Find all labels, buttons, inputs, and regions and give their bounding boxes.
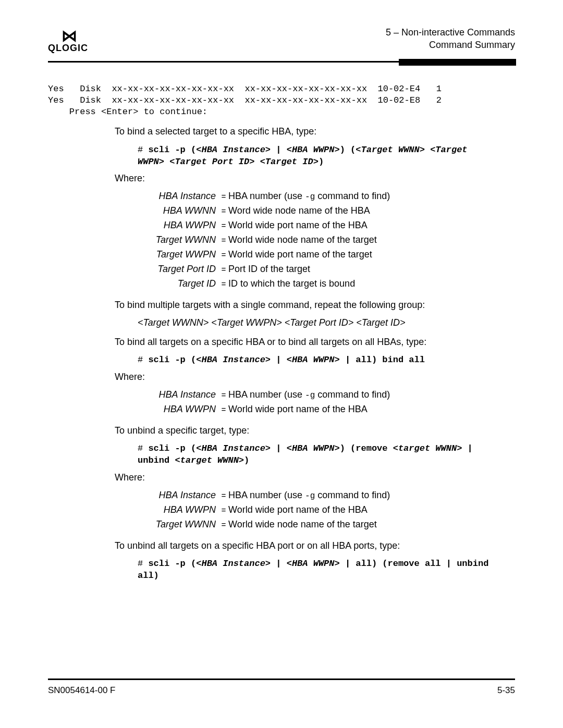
equals-sign: = xyxy=(219,505,228,517)
definition-row: Target ID=ID to which the target is boun… xyxy=(142,277,515,291)
definition-row: Target WWPN=World wide port name of the … xyxy=(142,248,515,262)
chapter-title: 5 – Non-interactive Commands xyxy=(386,26,515,39)
definition-desc: World wide port name of the HBA xyxy=(228,402,515,417)
definition-term: Target WWNN xyxy=(142,517,219,532)
definition-term: Target ID xyxy=(142,277,219,291)
repeat-group: <Target WWNN> <Target WWPN> <Target Port… xyxy=(138,317,515,328)
footer-right: 5-35 xyxy=(497,685,515,696)
definition-desc: ID to which the target is bound xyxy=(228,277,515,291)
equals-sign: = xyxy=(219,220,228,232)
definition-term: HBA WWPN xyxy=(142,218,219,233)
definition-row: HBA WWPN=World wide port name of the HBA xyxy=(142,402,515,417)
definition-list: HBA Instance=HBA number (use -g command … xyxy=(142,388,515,417)
definition-desc: Port ID of the target xyxy=(228,262,515,277)
prompt: # xyxy=(138,443,148,453)
definition-row: Target WWNN=World wide node name of the … xyxy=(142,517,515,532)
definition-list: HBA Instance=HBA number (use -g command … xyxy=(142,189,515,291)
where-label: Where: xyxy=(115,173,515,184)
equals-sign: = xyxy=(219,390,228,402)
console-output: Yes Disk xx-xx-xx-xx-xx-xx-xx-xx xx-xx-x… xyxy=(48,83,515,118)
content: Yes Disk xx-xx-xx-xx-xx-xx-xx-xx xx-xx-x… xyxy=(48,83,515,582)
page-header: ⋈ QLOGIC 5 – Non-interactive Commands Co… xyxy=(48,26,515,63)
command-block: # scli -p (<HBA Instance> | <HBA WWPN>) … xyxy=(138,144,494,168)
prompt: # xyxy=(138,355,148,365)
where-label: Where: xyxy=(115,372,515,382)
definition-term: HBA WWPN xyxy=(142,503,219,517)
header-titles: 5 – Non-interactive Commands Command Sum… xyxy=(386,26,515,52)
logo-text: QLOGIC xyxy=(48,43,88,54)
console-line: Yes Disk xx-xx-xx-xx-xx-xx-xx-xx xx-xx-x… xyxy=(48,84,442,94)
logo: ⋈ QLOGIC xyxy=(48,28,88,54)
paragraph: To bind multiple targets with a single c… xyxy=(115,299,515,311)
equals-sign: = xyxy=(219,520,228,532)
definition-term: HBA Instance xyxy=(142,488,219,503)
console-line: Yes Disk xx-xx-xx-xx-xx-xx-xx-xx xx-xx-x… xyxy=(48,95,442,105)
command-block: # scli -p (<HBA Instance> | <HBA WWPN> |… xyxy=(138,354,494,366)
paragraph: To bind a selected target to a specific … xyxy=(115,125,515,138)
paragraph: To unbind a specific target, type: xyxy=(115,424,515,437)
definition-desc: World wide port name of the target xyxy=(228,248,515,262)
definition-desc: World wide port name of the HBA xyxy=(228,218,515,233)
definition-term: Target Port ID xyxy=(142,262,219,277)
equals-sign: = xyxy=(219,264,228,276)
footer-left: SN0054614-00 F xyxy=(48,685,115,696)
equals-sign: = xyxy=(219,490,228,502)
page-footer: SN0054614-00 F 5-35 xyxy=(48,678,515,696)
paragraph: To unbind all targets on a specific HBA … xyxy=(115,539,515,552)
page: ⋈ QLOGIC 5 – Non-interactive Commands Co… xyxy=(0,0,563,728)
definition-desc: HBA number (use -g command to find) xyxy=(228,189,515,204)
definition-row: HBA WWPN=World wide port name of the HBA xyxy=(142,218,515,233)
definition-term: HBA Instance xyxy=(142,388,219,402)
section-title: Command Summary xyxy=(386,39,515,51)
definition-row: Target Port ID=Port ID of the target xyxy=(142,262,515,277)
definition-desc: World wide port name of the HBA xyxy=(228,503,515,517)
definition-desc: World wide node name of the target xyxy=(228,517,515,532)
definition-desc: HBA number (use -g command to find) xyxy=(228,488,515,503)
logo-icon: ⋈ xyxy=(62,28,75,44)
definition-term: HBA WWNN xyxy=(142,204,219,218)
definition-term: Target WWPN xyxy=(142,248,219,262)
definition-list: HBA Instance=HBA number (use -g command … xyxy=(142,488,515,532)
equals-sign: = xyxy=(219,235,228,247)
equals-sign: = xyxy=(219,279,228,291)
definition-term: HBA WWPN xyxy=(142,402,219,417)
definition-desc: Word wide node name of the HBA xyxy=(228,204,515,218)
definition-row: HBA Instance=HBA number (use -g command … xyxy=(142,488,515,503)
definition-row: HBA WWPN=World wide port name of the HBA xyxy=(142,503,515,517)
header-blackbar xyxy=(399,59,516,66)
prompt: # xyxy=(138,559,148,569)
definition-row: HBA Instance=HBA number (use -g command … xyxy=(142,189,515,204)
definition-term: HBA Instance xyxy=(142,189,219,204)
definition-desc: World wide node name of the target xyxy=(228,233,515,248)
definition-term: Target WWNN xyxy=(142,233,219,248)
paragraph: To bind all targets on a specific HBA or… xyxy=(115,336,515,348)
equals-sign: = xyxy=(219,404,228,416)
prompt: # xyxy=(138,145,148,155)
command-block: # scli -p (<HBA Instance> | <HBA WWPN>) … xyxy=(138,443,494,467)
command-block: # scli -p (<HBA Instance> | <HBA WWPN> |… xyxy=(138,558,494,582)
console-line: Press <Enter> to continue: xyxy=(48,107,207,117)
definition-row: HBA Instance=HBA number (use -g command … xyxy=(142,388,515,402)
equals-sign: = xyxy=(219,250,228,262)
equals-sign: = xyxy=(219,191,228,203)
where-label: Where: xyxy=(115,472,515,483)
definition-row: Target WWNN=World wide node name of the … xyxy=(142,233,515,248)
definition-row: HBA WWNN=Word wide node name of the HBA xyxy=(142,204,515,218)
definition-desc: HBA number (use -g command to find) xyxy=(228,388,515,402)
equals-sign: = xyxy=(219,206,228,218)
